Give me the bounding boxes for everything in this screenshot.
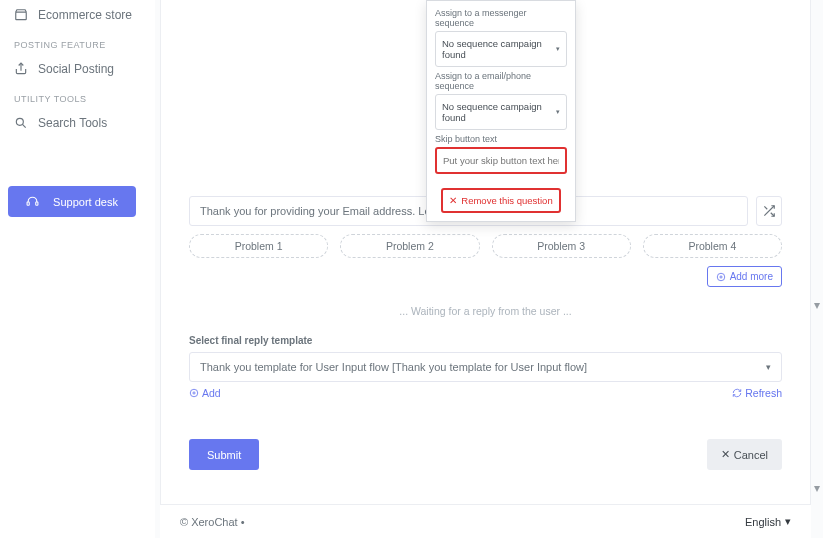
sidebar-item-ecommerce[interactable]: Ecommerce store	[8, 0, 147, 30]
language-label: English	[745, 516, 781, 528]
add-link-label: Add	[202, 387, 221, 399]
refresh-link-label: Refresh	[745, 387, 782, 399]
plus-circle-icon	[716, 272, 726, 282]
sidebar-header-posting: POSTING FEATURE	[8, 30, 147, 54]
problem-option[interactable]: Problem 4	[643, 234, 782, 258]
template-section-label: Select final reply template	[189, 335, 782, 346]
refresh-icon	[732, 388, 742, 398]
svg-point-2	[16, 118, 23, 125]
sidebar-item-label: Ecommerce store	[38, 8, 132, 22]
share-icon	[14, 62, 28, 76]
add-template-link[interactable]: Add	[189, 387, 221, 399]
cancel-button[interactable]: ✕ Cancel	[707, 439, 782, 470]
select-value: No sequence campaign found	[442, 38, 560, 60]
footer: © XeroChat • English ▾	[160, 504, 811, 538]
store-icon	[14, 8, 28, 22]
close-icon: ✕	[721, 448, 730, 461]
remove-question-label: Remove this question	[461, 195, 552, 206]
add-more-label: Add more	[730, 271, 773, 282]
chevron-down-icon: ▾	[556, 108, 560, 116]
support-desk-button[interactable]: Support desk	[8, 186, 136, 217]
scroll-arrow-icon: ▾	[814, 481, 821, 488]
sidebar-item-label: Social Posting	[38, 62, 114, 76]
random-icon	[762, 204, 776, 218]
messenger-sequence-select[interactable]: No sequence campaign found ▾	[435, 31, 567, 67]
support-desk-label: Support desk	[53, 196, 118, 208]
svg-rect-5	[36, 202, 38, 205]
problem-options: Problem 1 Problem 2 Problem 3 Problem 4	[189, 234, 782, 258]
question-settings-popup: Assign to a messenger sequence No sequen…	[426, 0, 576, 222]
waiting-indicator: ... Waiting for a reply from the user ..…	[189, 305, 782, 317]
headset-icon	[26, 195, 39, 208]
email-sequence-select[interactable]: No sequence campaign found ▾	[435, 94, 567, 130]
search-icon	[14, 116, 28, 130]
add-more-button[interactable]: Add more	[707, 266, 782, 287]
language-selector[interactable]: English ▾	[745, 515, 791, 528]
sidebar: Ecommerce store POSTING FEATURE Social P…	[0, 0, 155, 538]
scroll-arrow-icon: ▾	[814, 298, 821, 305]
svg-line-3	[22, 124, 25, 127]
template-select[interactable]: Thank you template for User Input flow […	[189, 352, 782, 382]
problem-option[interactable]: Problem 2	[340, 234, 479, 258]
chevron-down-icon: ▾	[556, 45, 560, 53]
remove-question-button[interactable]: ✕ Remove this question	[441, 188, 560, 213]
chevron-down-icon: ▾	[785, 515, 791, 528]
sidebar-item-label: Search Tools	[38, 116, 107, 130]
close-icon: ✕	[449, 195, 457, 206]
skip-button-label: Skip button text	[435, 134, 567, 144]
skip-button-text-input[interactable]	[435, 147, 567, 174]
refresh-link[interactable]: Refresh	[732, 387, 782, 399]
assign-email-label: Assign to a email/phone sequence	[435, 71, 567, 91]
problem-option[interactable]: Problem 1	[189, 234, 328, 258]
sidebar-item-social[interactable]: Social Posting	[8, 54, 147, 84]
select-value: No sequence campaign found	[442, 101, 560, 123]
message-settings-button[interactable]	[756, 196, 782, 226]
chevron-down-icon: ▾	[766, 362, 771, 372]
svg-rect-0	[16, 12, 27, 20]
svg-rect-4	[27, 202, 29, 205]
sidebar-header-utility: UTILITY TOOLS	[8, 84, 147, 108]
submit-button[interactable]: Submit	[189, 439, 259, 470]
footer-copyright: © XeroChat •	[180, 516, 245, 528]
problem-option[interactable]: Problem 3	[492, 234, 631, 258]
plus-circle-icon	[189, 388, 199, 398]
sidebar-item-search[interactable]: Search Tools	[8, 108, 147, 138]
assign-messenger-label: Assign to a messenger sequence	[435, 8, 567, 28]
cancel-label: Cancel	[734, 449, 768, 461]
template-select-value: Thank you template for User Input flow […	[200, 361, 587, 373]
